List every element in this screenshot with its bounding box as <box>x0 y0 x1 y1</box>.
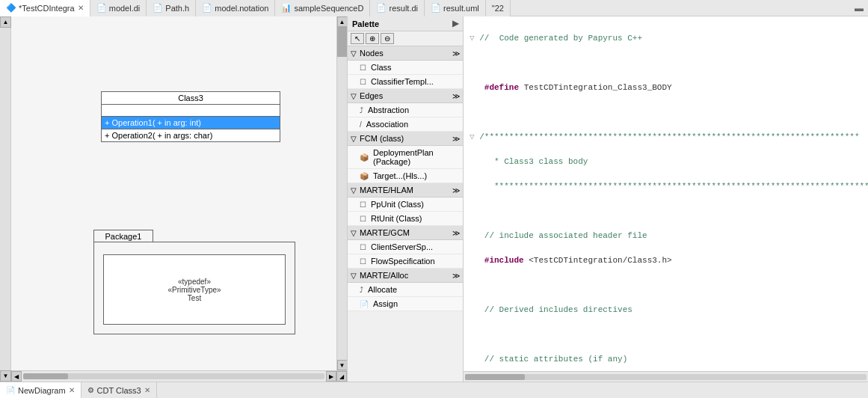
palette-item-deployment-plan[interactable]: 📦 DeploymentPlan (Package) <box>348 146 463 169</box>
code-line-2: #define TestCDTintegration_Class3_BODY <box>470 82 862 94</box>
nodes-expand-right[interactable]: ≫ <box>452 49 460 58</box>
tab-result-di[interactable]: 📄 result.di <box>370 0 425 16</box>
code-line-0: ▽ // Code generated by Papyrus C++ <box>470 32 862 45</box>
tab-close-testcd[interactable]: ✕ <box>78 4 84 12</box>
scroll-up-btn[interactable]: ▲ <box>0 16 11 28</box>
class3-attributes <box>102 105 280 117</box>
ppunit-icon: ☐ <box>360 200 366 209</box>
palette-zoom-in-btn[interactable]: ⊕ <box>366 33 379 44</box>
tab-path-h[interactable]: 📄 Path.h <box>147 0 196 16</box>
marte-gcm-label: MARTE/GCM <box>360 228 410 237</box>
vscroll-up[interactable]: ▲ <box>337 16 348 27</box>
palette-section-marte-alloc[interactable]: ▽ MARTE/Alloc ≫ <box>348 269 463 283</box>
edges-expand-icon: ▽ <box>351 92 357 100</box>
code-content[interactable]: ▽ // Code generated by Papyrus C++ #defi… <box>464 16 868 371</box>
class3-op1[interactable]: + Operation1( + in arg: int) <box>102 117 280 129</box>
bottom-tab-cdt-class3[interactable]: ⚙ CDT Class3 ✕ <box>81 382 157 399</box>
class3-op2[interactable]: + Operation2( + in args: char) <box>102 129 280 141</box>
left-scrollbar[interactable]: ▲ ▼ <box>0 16 11 382</box>
hscroll-corner[interactable]: ◢ <box>336 371 347 382</box>
tab-icon-testcd: 🔷 <box>6 3 16 13</box>
palette-expand-btn[interactable]: ▶ <box>452 19 458 28</box>
marte-gcm-expand-icon: ▽ <box>351 229 357 237</box>
palette-item-client-server-sp[interactable]: ☐ ClientServerSp... <box>348 240 463 254</box>
code-hscroll-thumb[interactable] <box>465 374 525 380</box>
nodes-expand-icon: ▽ <box>351 49 357 58</box>
palette-item-ppunit[interactable]: ☐ PpUnit (Class) <box>348 198 463 212</box>
marte-hlam-expand-right[interactable]: ≫ <box>452 186 460 195</box>
palette-section-nodes[interactable]: ▽ Nodes ≫ <box>348 46 463 61</box>
tab-icon-result-uml: 📄 <box>431 3 441 13</box>
marte-hlam-label: MARTE/HLAM <box>360 186 413 195</box>
palette-item-abstraction[interactable]: ⤴ Abstraction <box>348 103 463 117</box>
palette-section-marte-hlam[interactable]: ▽ MARTE/HLAM ≫ <box>348 183 463 198</box>
fcm-label: FCM (class) <box>360 134 404 143</box>
cdt-class3-close[interactable]: ✕ <box>144 386 150 394</box>
marte-alloc-label: MARTE/Alloc <box>360 271 408 280</box>
assign-icon: 📄 <box>360 300 369 308</box>
diagram-canvas[interactable]: Class3 + Operation1( + in arg: int) + Op… <box>11 16 336 370</box>
hscroll-thumb[interactable] <box>23 373 68 379</box>
tab-icon-result-di: 📄 <box>376 3 387 13</box>
palette-header: Palette ▶ <box>348 16 463 31</box>
code-line-1 <box>470 57 862 70</box>
palette-item-assign[interactable]: 📄 Assign <box>348 297 463 311</box>
edges-expand-right[interactable]: ≫ <box>452 92 460 100</box>
tab-model-notation[interactable]: 📄 model.notation <box>196 0 275 16</box>
class-item-icon: ☐ <box>360 64 366 72</box>
palette-item-allocate[interactable]: ⤴ Allocate <box>348 283 463 297</box>
tab-result-uml[interactable]: 📄 result.uml <box>425 0 486 16</box>
palette-item-flow-spec[interactable]: ☐ FlowSpecification <box>348 254 463 269</box>
edges-label: Edges <box>360 91 383 100</box>
palette-item-class[interactable]: ☐ Class <box>348 61 463 75</box>
palette-section-fcm[interactable]: ▽ FCM (class) ≫ <box>348 132 463 146</box>
diagram-vscrollbar[interactable]: ▲ ▼ <box>336 16 347 370</box>
top-tab-bar: 🔷 *TestCDIntegra ✕ 📄 model.di 📄 Path.h 📄… <box>0 0 868 16</box>
scroll-down-btn[interactable]: ▼ <box>0 370 11 382</box>
code-line-6: ****************************************… <box>470 180 862 193</box>
marte-alloc-expand-icon: ▽ <box>351 272 357 280</box>
palette-item-classifier-tmpl[interactable]: ☐ ClassifierTempl... <box>348 75 463 89</box>
typedef-name: «PrimitiveType» <box>167 286 221 294</box>
palette-section-edges[interactable]: ▽ Edges ≫ <box>348 89 463 103</box>
package1-box[interactable]: Package1 «typedef» «PrimitiveType» Test <box>93 230 295 334</box>
abstraction-icon: ⤴ <box>360 106 363 114</box>
vscroll-thumb[interactable] <box>337 27 348 57</box>
new-diagram-close[interactable]: ✕ <box>69 386 75 394</box>
palette-item-association[interactable]: / Association <box>348 117 463 132</box>
bottom-tab-bar: 📄 NewDiagram ✕ ⚙ CDT Class3 ✕ <box>0 382 868 398</box>
code-line-4: ▽ /*************************************… <box>470 131 862 144</box>
diagram-hscrollbar[interactable]: ◀ ▶ ◢ <box>11 370 347 382</box>
palette-zoom-out-btn[interactable]: ⊖ <box>381 33 394 44</box>
tab-testcd[interactable]: 🔷 *TestCDIntegra ✕ <box>0 0 90 16</box>
tab-overflow[interactable]: "22 <box>486 0 511 16</box>
rtunit-icon: ☐ <box>360 215 366 223</box>
hscroll-left[interactable]: ◀ <box>11 371 22 382</box>
allocate-icon: ⤴ <box>360 286 363 294</box>
hscroll-right[interactable]: ▶ <box>326 371 336 382</box>
code-line-3 <box>470 106 862 119</box>
tab-icon-sample-seq: 📊 <box>281 3 292 13</box>
flow-spec-icon: ☐ <box>360 257 366 266</box>
tab-sample-seq[interactable]: 📊 sampleSequenceD <box>275 0 370 16</box>
palette-select-tool[interactable]: ↖ <box>351 33 364 44</box>
fcm-expand-right[interactable]: ≫ <box>452 135 460 143</box>
tab-collapse-btn[interactable]: ▬ <box>850 3 868 13</box>
marte-alloc-expand-right[interactable]: ≫ <box>452 272 460 280</box>
palette-item-target-hlam[interactable]: 📦 Target...(Hls...) <box>348 169 463 183</box>
class3-box[interactable]: Class3 + Operation1( + in arg: int) + Op… <box>101 91 280 142</box>
hscroll-track <box>23 373 324 379</box>
vscroll-down[interactable]: ▼ <box>337 360 348 370</box>
marte-gcm-expand-right[interactable]: ≫ <box>452 229 460 237</box>
palette-title: Palette <box>352 19 379 28</box>
palette-section-marte-gcm[interactable]: ▽ MARTE/GCM ≫ <box>348 226 463 240</box>
bottom-tab-new-diagram[interactable]: 📄 NewDiagram ✕ <box>0 382 81 399</box>
typedef-type: Test <box>188 294 201 302</box>
code-hscrollbar[interactable] <box>464 371 868 382</box>
palette-item-rtunit[interactable]: ☐ RtUnit (Class) <box>348 212 463 226</box>
collapse-0[interactable]: ▽ <box>470 34 475 43</box>
association-icon: / <box>360 120 362 129</box>
collapse-4[interactable]: ▽ <box>470 132 475 141</box>
tab-model-di[interactable]: 📄 model.di <box>90 0 147 16</box>
typedef-stereotype: «typedef» <box>178 278 211 286</box>
